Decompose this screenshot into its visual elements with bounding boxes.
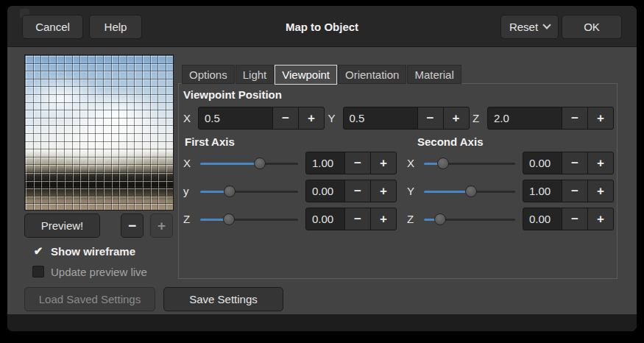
second-axis-z-spinner: 0.00 − + [523,208,614,230]
second-axis-title: Second Axis [417,135,483,148]
screen: Map to Object Cancel Help Reset OK Previ… [0,0,644,343]
second-axis-x-spinner: 0.00 − + [523,152,614,174]
first-axis-y-label: y [183,185,193,197]
show-wireframe-checkbox[interactable]: ✔ [32,245,44,257]
viewpoint-x-label: X [183,112,194,124]
tab-options[interactable]: Options [182,65,235,84]
viewpoint-y-label: Y [328,112,339,124]
viewpoint-y-increment-button[interactable]: + [443,107,469,129]
viewpoint-z-spinner: 2.0 − + [487,107,614,130]
update-preview-label: Update preview live [51,266,147,278]
second-axis-y-label: Y [407,185,417,197]
viewpoint-z-increment-button[interactable]: + [587,107,613,129]
second-axis-y-row: Y 1.00 − + [407,180,614,202]
ok-button[interactable]: OK [562,15,622,39]
first-axis-x-slider[interactable] [200,152,298,174]
first-axis-z-increment-button[interactable]: + [370,208,396,230]
viewpoint-z-decrement-button[interactable]: − [562,107,587,129]
second-axis-x-input[interactable]: 0.00 [523,152,562,174]
second-axis-z-label: Z [407,213,417,225]
reset-label: Reset [509,21,538,33]
first-axis-x-input[interactable]: 1.00 [306,152,344,174]
second-axis-x-row: X 0.00 − + [407,152,614,174]
first-axis-x-row: X 1.00 − + [183,152,397,174]
slider-thumb[interactable] [224,185,236,197]
plus-icon: + [158,218,166,234]
window-bottom-edge [7,314,637,331]
second-axis-z-decrement-button[interactable]: − [562,208,587,230]
preview-button[interactable]: Preview! [24,213,100,238]
dialog-header: Map to Object Cancel Help Reset OK [7,6,637,47]
first-axis-title: First Axis [185,135,235,148]
second-axis-z-input[interactable]: 0.00 [523,208,562,230]
tab-viewpoint[interactable]: Viewpoint [275,65,337,85]
viewpoint-x-group: X 0.5 − + [183,107,325,130]
slider-thumb[interactable] [223,213,235,225]
first-axis-y-row: y 0.00 − + [183,180,397,202]
wireframe-grid-overlay [25,55,173,210]
second-axis-y-decrement-button[interactable]: − [562,180,587,202]
slider-fill [200,163,260,165]
viewpoint-x-increment-button[interactable]: + [298,107,324,129]
first-axis-y-decrement-button[interactable]: − [344,180,370,202]
second-axis-y-increment-button[interactable]: + [587,180,613,202]
tab-material[interactable]: Material [407,65,461,84]
first-axis-z-input[interactable]: 0.00 [306,208,344,230]
first-axis-y-increment-button[interactable]: + [370,180,396,202]
viewpoint-x-spinner: 0.5 − + [198,107,325,130]
second-axis-z-slider[interactable] [424,208,515,230]
viewpoint-z-input[interactable]: 2.0 [488,107,562,129]
second-axis-y-slider[interactable] [424,180,515,202]
slider-thumb[interactable] [437,158,449,169]
slider-thumb[interactable] [254,158,266,169]
second-axis-x-slider[interactable] [424,152,515,174]
first-axis-x-decrement-button[interactable]: − [344,152,370,174]
save-settings-button[interactable]: Save Settings [163,287,283,311]
help-button[interactable]: Help [89,15,142,39]
zoom-in-button[interactable]: + [150,213,173,238]
first-axis-y-spinner: 0.00 − + [305,180,397,202]
first-axis-x-increment-button[interactable]: + [370,152,396,174]
first-axis-z-decrement-button[interactable]: − [344,208,370,230]
viewpoint-position-row: X 0.5 − + Y 0.5 − + Z [183,107,614,130]
second-axis-x-decrement-button[interactable]: − [562,152,587,174]
first-axis-y-input[interactable]: 0.00 [306,180,344,202]
tab-orientation[interactable]: Orientation [338,65,406,84]
second-axis-y-spinner: 1.00 − + [523,180,614,202]
first-axis-z-row: Z 0.00 − + [183,208,397,230]
slider-fill [424,191,471,193]
viewpoint-x-decrement-button[interactable]: − [272,107,298,129]
second-axis-z-increment-button[interactable]: + [587,208,613,230]
preview-image [24,54,174,211]
reset-button[interactable]: Reset [500,15,559,39]
minus-icon: − [128,218,136,234]
first-axis-y-slider[interactable] [200,180,298,202]
show-wireframe-row: ✔ Show wireframe [32,244,135,258]
first-axis-z-slider[interactable] [200,208,298,230]
zoom-out-button[interactable]: − [121,213,144,238]
show-wireframe-label: Show wireframe [51,245,135,258]
viewpoint-y-input[interactable]: 0.5 [344,107,417,129]
first-axis-z-spinner: 0.00 − + [305,208,397,230]
first-axis-x-label: X [183,157,193,169]
tab-light[interactable]: Light [236,65,275,84]
notebook-tabs: Options Light Viewpoint Orientation Mate… [182,65,461,85]
map-to-object-dialog: Map to Object Cancel Help Reset OK Previ… [7,6,637,331]
second-axis-z-row: Z 0.00 − + [407,208,614,230]
first-axis-z-label: Z [183,213,193,225]
viewpoint-y-spinner: 0.5 − + [343,107,470,130]
viewpoint-z-label: Z [473,112,483,124]
slider-thumb[interactable] [434,213,446,225]
viewpoint-position-title: Viewpoint Position [183,88,282,101]
viewpoint-y-decrement-button[interactable]: − [417,107,443,129]
update-preview-row: Update preview live [32,265,147,278]
update-preview-checkbox[interactable] [32,266,44,277]
first-axis-x-spinner: 1.00 − + [305,152,397,174]
load-saved-settings-button[interactable]: Load Saved Settings [24,287,155,311]
second-axis-x-increment-button[interactable]: + [587,152,613,174]
viewpoint-x-input[interactable]: 0.5 [199,107,272,129]
cancel-button[interactable]: Cancel [22,15,83,39]
viewpoint-y-group: Y 0.5 − + [328,107,470,130]
second-axis-y-input[interactable]: 1.00 [523,180,562,202]
slider-thumb[interactable] [465,185,477,197]
